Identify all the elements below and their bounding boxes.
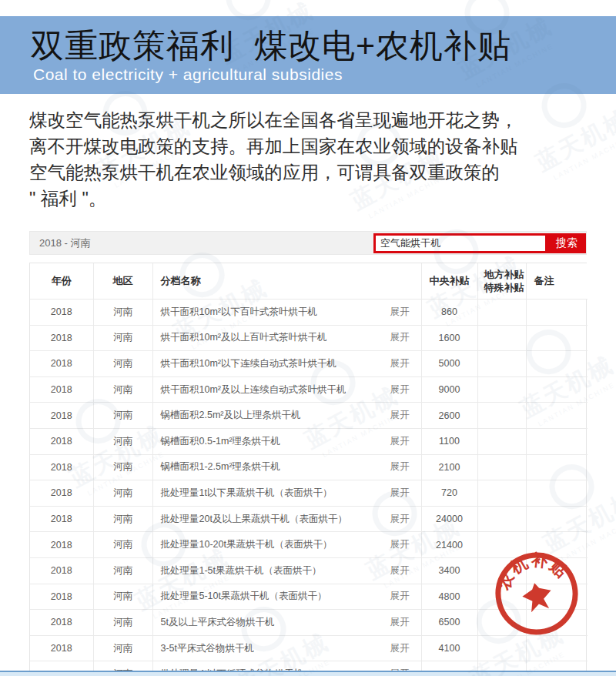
tier-name-cell: 批处理量1-5t果蔬烘干机（表面烘干） 展开 (152, 557, 421, 584)
tier-name-text: 批处理量1t以下果蔬烘干机（表面烘干） (161, 487, 333, 500)
search-bar: 搜索 (373, 233, 586, 253)
region-cell: 河南 (93, 480, 152, 507)
expand-link[interactable]: 展开 (390, 487, 410, 500)
search-input[interactable] (373, 233, 547, 253)
region-cell: 河南 (93, 454, 152, 480)
expand-link[interactable]: 展开 (390, 357, 410, 370)
remark-cell (526, 506, 588, 532)
tier-name-text: 烘干面积10m²及以上连续自动式茶叶烘干机 (161, 383, 346, 397)
col-header-region: 地区 (93, 263, 152, 300)
table-row: 2018 河南 5t及以上平床式谷物烘干机 展开 6500 (30, 610, 588, 636)
expand-link[interactable]: 展开 (390, 409, 410, 422)
table-row: 2018 河南 锅槽面积0.5-1m²理条烘干机 展开 1100 (30, 428, 588, 454)
local-subsidy-cell (477, 351, 526, 377)
year-cell: 2018 (30, 557, 93, 584)
region-cell: 河南 (93, 610, 152, 636)
col-header-central: 中央补贴 (421, 263, 477, 300)
region-cell: 河南 (93, 428, 152, 454)
table-row: 2018 河南 锅槽面积1-2.5m²理条烘干机 展开 2100 (30, 454, 588, 480)
tier-name-text: 批处理量5-10t果蔬烘干机（表面烘干） (161, 590, 327, 603)
year-cell: 2018 (30, 506, 93, 532)
tier-name-text: 3-5t平床式谷物烘干机 (161, 642, 255, 655)
region-cell: 河南 (93, 506, 152, 532)
tier-name-text: 烘干面积10m²及以上百叶式茶叶烘干机 (161, 331, 327, 344)
tier-name-cell: 3-5t平床式谷物烘干机 展开 (152, 635, 421, 661)
remark-cell (526, 480, 588, 507)
central-subsidy-cell: 21400 (421, 532, 477, 558)
expand-link[interactable]: 展开 (390, 306, 410, 319)
tier-name-cell: 批处理量20t及以上果蔬烘干机（表面烘干） 展开 (152, 506, 421, 532)
remark-cell (526, 584, 588, 610)
region-cell: 河南 (93, 532, 152, 558)
tier-name-text: 锅槽面积2.5m²及以上理条烘干机 (161, 409, 301, 422)
local-subsidy-cell (477, 376, 526, 403)
remark-cell (526, 428, 588, 454)
intro-line: 煤改空气能热泵烘干机之所以在全国各省呈现遍地开花之势， (29, 107, 599, 133)
page-title: 双重政策福利 煤改电+农机补贴 (31, 24, 511, 69)
tier-name-text: 批处理量1-5t果蔬烘干机（表面烘干） (161, 564, 322, 577)
expand-link[interactable]: 展开 (390, 383, 410, 397)
local-subsidy-cell (477, 454, 526, 480)
central-subsidy-cell: 2600 (421, 403, 477, 429)
intro-paragraph: 煤改空气能热泵烘干机之所以在全国各省呈现遍地开花之势， 离不开煤改电政策的支持。… (29, 107, 599, 212)
central-subsidy-cell: 1100 (421, 428, 477, 454)
region-cell: 河南 (93, 635, 152, 661)
table-row: 2018 河南 批处理量1t以下果蔬烘干机（表面烘干） 展开 720 (30, 480, 588, 507)
table-row: 2018 河南 批处理量5-10t果蔬烘干机（表面烘干） 展开 4800 (30, 584, 588, 610)
tier-name-cell: 批处理量1t以下果蔬烘干机（表面烘干） 展开 (152, 480, 421, 507)
tier-name-cell: 锅槽面积0.5-1m²理条烘干机 展开 (152, 428, 421, 454)
central-subsidy-cell: 1600 (421, 325, 477, 351)
tier-name-text: 批处理量10-20t果蔬烘干机（表面烘干） (161, 538, 333, 551)
expand-link[interactable]: 展开 (390, 642, 410, 655)
table-row: 2018 河南 批处理量1-5t果蔬烘干机（表面烘干） 展开 3400 (30, 557, 588, 584)
region-cell: 河南 (93, 403, 152, 429)
header-band: 双重政策福利 煤改电+农机补贴 Coal to electricity + ag… (0, 16, 616, 94)
central-subsidy-cell: 24000 (421, 506, 477, 532)
table-row: 2018 河南 锅槽面积2.5m²及以上理条烘干机 展开 2600 (30, 403, 588, 429)
intro-line: 空气能热泵烘干机在农业领域的应用，可谓具备双重政策的 (29, 159, 599, 186)
central-subsidy-cell: 720 (421, 480, 477, 507)
tier-name-text: 5t及以上平床式谷物烘干机 (161, 616, 275, 629)
intro-line: 离不开煤改电政策的支持。再加上国家在农业领域的设备补贴 (29, 133, 599, 159)
local-subsidy-cell (477, 325, 526, 351)
central-subsidy-cell: 2100 (421, 454, 477, 480)
region-cell: 河南 (93, 376, 152, 403)
tier-name-cell: 锅槽面积2.5m²及以上理条烘干机 展开 (152, 403, 421, 429)
year-cell: 2018 (30, 454, 93, 480)
central-subsidy-cell: 5000 (421, 351, 477, 377)
year-cell: 2018 (30, 351, 93, 377)
year-cell: 2018 (30, 376, 93, 403)
remark-cell (526, 610, 588, 636)
expand-link[interactable]: 展开 (390, 538, 410, 551)
table-header-row: 年份 地区 分档名称 中央补贴 地方补贴 特殊补贴 备注 (30, 263, 588, 300)
year-cell: 2018 (30, 610, 93, 636)
remark-cell (526, 454, 588, 480)
remark-cell (526, 635, 588, 661)
expand-link[interactable]: 展开 (390, 460, 410, 474)
expand-link[interactable]: 展开 (390, 331, 410, 344)
local-subsidy-cell (477, 610, 526, 636)
remark-cell (526, 532, 588, 558)
tier-name-cell: 批处理量5-10t果蔬烘干机（表面烘干） 展开 (152, 584, 421, 610)
subsidy-table: 年份 地区 分档名称 中央补贴 地方补贴 特殊补贴 备注 2018 河南 烘干面… (29, 263, 587, 676)
year-cell: 2018 (30, 325, 93, 351)
expand-link[interactable]: 展开 (390, 590, 410, 603)
tier-name-text: 烘干面积10m²以下连续自动式茶叶烘干机 (161, 357, 336, 370)
remark-cell (526, 557, 588, 584)
tier-name-text: 批处理量20t及以上果蔬烘干机（表面烘干） (161, 513, 347, 526)
expand-link[interactable]: 展开 (390, 513, 410, 526)
table-row: 2018 河南 烘干面积10m²以下百叶式茶叶烘干机 展开 860 (30, 300, 588, 326)
search-button[interactable]: 搜索 (547, 233, 586, 253)
region-cell: 河南 (93, 300, 152, 326)
region-bar: 2018 - 河南 搜索 (29, 231, 587, 255)
year-cell: 2018 (30, 428, 93, 454)
table-row: 2018 河南 批处理量20t及以上果蔬烘干机（表面烘干） 展开 24000 (30, 506, 588, 532)
expand-link[interactable]: 展开 (390, 564, 410, 577)
table-row: 2018 河南 烘干面积10m²以下连续自动式茶叶烘干机 展开 5000 (30, 351, 588, 377)
local-subsidy-cell (477, 480, 526, 507)
col-header-remark: 备注 (526, 263, 588, 300)
local-subsidy-cell (477, 635, 526, 661)
expand-link[interactable]: 展开 (390, 616, 410, 629)
expand-link[interactable]: 展开 (390, 435, 410, 448)
local-subsidy-cell (477, 428, 526, 454)
